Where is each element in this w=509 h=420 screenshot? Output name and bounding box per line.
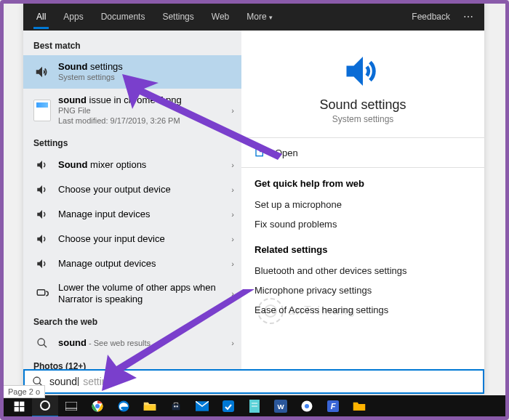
result-png-file[interactable]: sound issue in chrome 7.png PNG File Las… xyxy=(23,89,241,132)
setting-sound-mixer[interactable]: Sound mixer options › xyxy=(23,153,241,177)
svg-rect-9 xyxy=(14,407,18,411)
chevron-right-icon: › xyxy=(231,235,234,243)
cortana-button[interactable] xyxy=(32,395,58,417)
sound-icon xyxy=(33,183,51,196)
setting-lower-volume[interactable]: Lower the volume of other apps when Narr… xyxy=(23,276,241,312)
open-action[interactable]: Open xyxy=(254,138,471,167)
section-settings: Settings xyxy=(23,132,241,153)
svg-point-15 xyxy=(95,404,100,408)
sound-icon xyxy=(33,233,51,246)
section-photos: Photos (12+) xyxy=(23,355,241,370)
chevron-right-icon: › xyxy=(231,259,234,268)
svg-rect-18 xyxy=(174,405,175,407)
chevron-right-icon: › xyxy=(231,161,234,169)
search-panel: All Apps Documents Settings Web More▾ Fe… xyxy=(23,3,484,394)
chevron-right-icon: › xyxy=(231,210,234,219)
svg-rect-7 xyxy=(14,401,18,405)
search-suggestion-ghost: settings xyxy=(83,376,118,387)
svg-rect-21 xyxy=(223,400,234,412)
taskbar-chrome[interactable] xyxy=(84,395,111,417)
svg-rect-12 xyxy=(65,402,77,411)
more-options-button[interactable]: ⋯ xyxy=(457,11,480,23)
svg-point-1 xyxy=(38,339,44,345)
svg-rect-17 xyxy=(144,405,156,411)
svg-point-28 xyxy=(305,404,309,408)
chevron-right-icon: › xyxy=(231,289,234,298)
feedback-link[interactable]: Feedback xyxy=(404,12,457,22)
help-fix-sound[interactable]: Fix sound problems xyxy=(254,214,471,234)
sound-icon xyxy=(254,49,471,93)
setting-manage-output[interactable]: Manage output devices › xyxy=(23,251,241,276)
tab-documents[interactable]: Documents xyxy=(92,4,154,29)
open-icon xyxy=(254,147,266,158)
preview-title: Sound settings xyxy=(254,97,471,113)
narrator-icon xyxy=(33,287,51,300)
tab-web[interactable]: Web xyxy=(203,4,238,29)
svg-rect-10 xyxy=(20,407,24,411)
related-heading: Related settings xyxy=(254,244,471,255)
chevron-right-icon: › xyxy=(231,106,234,115)
svg-rect-19 xyxy=(177,405,178,407)
taskbar-chrome-2[interactable] xyxy=(294,395,320,417)
sound-icon xyxy=(33,257,51,270)
sound-icon xyxy=(33,64,51,80)
svg-point-11 xyxy=(41,401,49,410)
image-file-icon xyxy=(33,100,51,121)
section-best-match: Best match xyxy=(23,35,241,55)
setting-input-device[interactable]: Choose your input device › xyxy=(23,227,241,251)
taskbar-notepad[interactable] xyxy=(241,395,268,417)
search-typed-text: sound xyxy=(49,376,77,387)
search-filter-tabs: All Apps Documents Settings Web More▾ Fe… xyxy=(23,3,484,31)
search-body: Best match Sound settings System setting… xyxy=(23,31,484,369)
svg-text:W: W xyxy=(277,403,284,411)
svg-point-5 xyxy=(33,377,40,384)
taskbar-app-f[interactable]: F xyxy=(320,395,346,417)
results-list: Best match Sound settings System setting… xyxy=(23,31,241,369)
tab-apps[interactable]: Apps xyxy=(55,4,92,29)
svg-rect-0 xyxy=(37,290,45,296)
chevron-right-icon: › xyxy=(231,185,234,194)
sound-icon xyxy=(33,208,51,221)
page-indicator: Page 2 o xyxy=(3,385,45,398)
task-view-button[interactable] xyxy=(58,395,84,417)
taskbar-app-blue[interactable] xyxy=(215,395,241,417)
tab-settings[interactable]: Settings xyxy=(153,4,202,29)
preview-subtitle: System settings xyxy=(254,114,471,124)
help-setup-mic[interactable]: Set up a microphone xyxy=(254,195,471,214)
tab-more[interactable]: More▾ xyxy=(238,4,281,29)
web-result-sound[interactable]: sound - See web results › xyxy=(23,331,241,355)
related-ease-access[interactable]: Ease of Access hearing settings xyxy=(254,300,471,320)
chevron-right-icon: › xyxy=(231,339,234,347)
result-sound-settings[interactable]: Sound settings System settings xyxy=(23,55,241,89)
taskbar-mail[interactable] xyxy=(189,395,215,417)
taskbar-edge[interactable] xyxy=(111,395,137,417)
svg-text:F: F xyxy=(331,402,336,411)
setting-manage-input[interactable]: Manage input devices › xyxy=(23,202,241,227)
search-input[interactable]: sound settings xyxy=(23,369,484,394)
start-button[interactable] xyxy=(6,395,32,417)
taskbar-folder-yellow[interactable] xyxy=(346,395,372,417)
section-search-web: Search the web xyxy=(23,311,241,331)
taskbar: W F xyxy=(3,395,506,417)
sound-icon xyxy=(33,158,51,171)
svg-rect-8 xyxy=(20,401,24,405)
taskbar-file-explorer[interactable] xyxy=(137,395,163,417)
related-mic-privacy[interactable]: Microphone privacy settings xyxy=(254,280,471,300)
search-icon xyxy=(33,337,51,349)
quick-help-heading: Get quick help from web xyxy=(254,178,471,189)
setting-output-device[interactable]: Choose your output device › xyxy=(23,177,241,202)
preview-pane: Sound settings System settings Open Get … xyxy=(241,31,484,369)
chevron-down-icon: ▾ xyxy=(269,14,273,21)
related-bluetooth[interactable]: Bluetooth and other devices settings xyxy=(254,261,471,280)
taskbar-word[interactable]: W xyxy=(268,395,294,417)
taskbar-store[interactable] xyxy=(163,395,189,417)
svg-line-2 xyxy=(44,344,47,347)
tab-all[interactable]: All xyxy=(28,4,55,29)
